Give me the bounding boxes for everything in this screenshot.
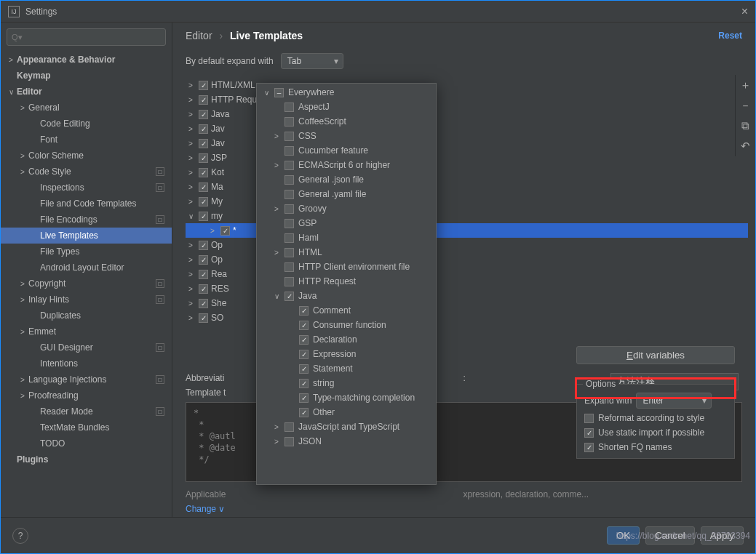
sidebar-item[interactable]: >Copyright□ bbox=[1, 276, 172, 292]
sidebar-item[interactable]: >Color Scheme bbox=[1, 148, 172, 164]
desc-label: : bbox=[463, 373, 465, 383]
breadcrumb: Editor › Live Templates bbox=[186, 30, 303, 41]
popup-item[interactable]: Other bbox=[257, 405, 436, 419]
context-popup[interactable]: ∨EverywhereAspectJCoffeeScript>CSSCucumb… bbox=[256, 83, 437, 485]
settings-tree[interactable]: >Appearance & BehaviorKeymap∨Editor>Gene… bbox=[1, 49, 172, 517]
popup-item[interactable]: HTTP Request bbox=[257, 274, 436, 289]
options-group: Options Expand with Enter Reformat accor… bbox=[576, 384, 735, 459]
sidebar-item[interactable]: Inspections□ bbox=[1, 180, 172, 196]
edit-variables-button[interactable]: EEdit variablesdit variables bbox=[576, 346, 735, 364]
popup-item[interactable]: >CSS bbox=[257, 129, 436, 143]
search-input[interactable] bbox=[7, 28, 166, 46]
sidebar-item[interactable]: GUI Designer□ bbox=[1, 340, 172, 356]
sidebar-item[interactable]: Android Layout Editor bbox=[1, 260, 172, 276]
change-link[interactable]: Change ∨ bbox=[186, 504, 225, 514]
reformat-label: Reformat according to style bbox=[598, 413, 704, 423]
popup-item[interactable]: General .json file bbox=[257, 172, 436, 187]
sidebar-item[interactable]: Plugins bbox=[1, 451, 172, 467]
sidebar-item[interactable]: Live Templates bbox=[1, 228, 172, 244]
sidebar: >Appearance & BehaviorKeymap∨Editor>Gene… bbox=[1, 23, 172, 517]
popup-item[interactable]: Type-matching completion bbox=[257, 390, 436, 405]
sidebar-item[interactable]: File Types bbox=[1, 244, 172, 260]
sidebar-item[interactable]: File and Code Templates bbox=[1, 196, 172, 212]
popup-item[interactable]: Consumer function bbox=[257, 318, 436, 332]
window-title: Settings bbox=[25, 7, 57, 17]
options-legend: Options bbox=[583, 379, 618, 389]
sidebar-item[interactable]: TODO bbox=[1, 435, 172, 451]
popup-item[interactable]: CoffeeScript bbox=[257, 114, 436, 129]
sidebar-item[interactable]: Keymap bbox=[1, 68, 172, 84]
sidebar-item[interactable]: ∨Editor bbox=[1, 84, 172, 100]
breadcrumb-root: Editor bbox=[186, 30, 212, 41]
popup-item[interactable]: Comment bbox=[257, 303, 436, 318]
breadcrumb-current: Live Templates bbox=[230, 30, 303, 41]
popup-item[interactable]: >Groovy bbox=[257, 201, 436, 216]
popup-item[interactable]: ∨Everywhere bbox=[257, 85, 436, 100]
reset-link[interactable]: Reset bbox=[718, 31, 742, 41]
sidebar-item[interactable]: Code Editing bbox=[1, 116, 172, 132]
popup-item[interactable]: AspectJ bbox=[257, 100, 436, 114]
titlebar: IJ Settings × bbox=[1, 1, 755, 23]
sidebar-item[interactable]: >General bbox=[1, 100, 172, 116]
popup-item[interactable]: Statement bbox=[257, 361, 436, 376]
revert-icon[interactable]: ↶ bbox=[736, 136, 755, 156]
close-icon[interactable]: × bbox=[741, 5, 748, 18]
sidebar-item[interactable]: >Emmet bbox=[1, 324, 172, 340]
reformat-checkbox[interactable] bbox=[584, 414, 594, 423]
popup-item[interactable]: Expression bbox=[257, 347, 436, 361]
right-toolbar: ＋ － ⧉ ↶ bbox=[735, 75, 755, 156]
popup-item[interactable]: HTTP Client environment file bbox=[257, 260, 436, 274]
popup-item[interactable]: GSP bbox=[257, 216, 436, 230]
sidebar-item[interactable]: >Language Injections□ bbox=[1, 372, 172, 388]
applicable-context: xpression, declaration, comme... bbox=[463, 489, 589, 499]
add-icon[interactable]: ＋ bbox=[736, 75, 755, 95]
ok-button[interactable]: OK bbox=[607, 526, 640, 545]
sidebar-item[interactable]: >Proofreading bbox=[1, 388, 172, 404]
copy-icon[interactable]: ⧉ bbox=[736, 116, 755, 136]
popup-item[interactable]: Declaration bbox=[257, 332, 436, 347]
sidebar-item[interactable]: File Encodings□ bbox=[1, 212, 172, 228]
sidebar-item[interactable]: >Inlay Hints□ bbox=[1, 292, 172, 308]
popup-item[interactable]: >HTML bbox=[257, 245, 436, 260]
sidebar-item[interactable]: >Code Style□ bbox=[1, 164, 172, 180]
shorten-label: Shorten FQ names bbox=[598, 442, 672, 452]
sidebar-item[interactable]: >Appearance & Behavior bbox=[1, 52, 172, 68]
static-import-checkbox[interactable] bbox=[584, 428, 594, 438]
help-icon[interactable]: ? bbox=[12, 528, 28, 544]
popup-item[interactable]: Haml bbox=[257, 230, 436, 245]
expand-with-select[interactable]: Enter bbox=[636, 393, 712, 409]
template-text-label: Template t bbox=[186, 388, 226, 398]
abbrev-label: Abbreviati bbox=[186, 373, 224, 383]
popup-item[interactable]: >ECMAScript 6 or higher bbox=[257, 158, 436, 172]
sidebar-item[interactable]: TextMate Bundles bbox=[1, 419, 172, 435]
popup-item[interactable]: >JSON bbox=[257, 434, 436, 449]
popup-item[interactable]: Cucumber feature bbox=[257, 143, 436, 158]
sidebar-item[interactable]: Intentions bbox=[1, 356, 172, 372]
cancel-button[interactable]: Cancel bbox=[645, 526, 695, 545]
remove-icon[interactable]: － bbox=[736, 95, 755, 116]
static-import-label: Use static import if possible bbox=[598, 427, 704, 438]
default-expand-label: By default expand with bbox=[186, 56, 274, 66]
popup-item[interactable]: >JavaScript and TypeScript bbox=[257, 419, 436, 434]
shorten-checkbox[interactable] bbox=[584, 443, 594, 452]
apply-button[interactable]: Apply bbox=[701, 526, 744, 545]
popup-item[interactable]: string bbox=[257, 376, 436, 390]
sidebar-item[interactable]: Font bbox=[1, 132, 172, 148]
popup-item[interactable]: ∨Java bbox=[257, 289, 436, 303]
applicable-label: Applicable bbox=[186, 489, 226, 499]
default-expand-select[interactable]: Tab bbox=[281, 53, 343, 69]
expand-with-label: Expand with bbox=[584, 396, 632, 406]
app-icon: IJ bbox=[8, 6, 20, 17]
popup-item[interactable]: General .yaml file bbox=[257, 187, 436, 201]
sidebar-item[interactable]: Duplicates bbox=[1, 308, 172, 324]
sidebar-item[interactable]: Reader Mode□ bbox=[1, 404, 172, 419]
